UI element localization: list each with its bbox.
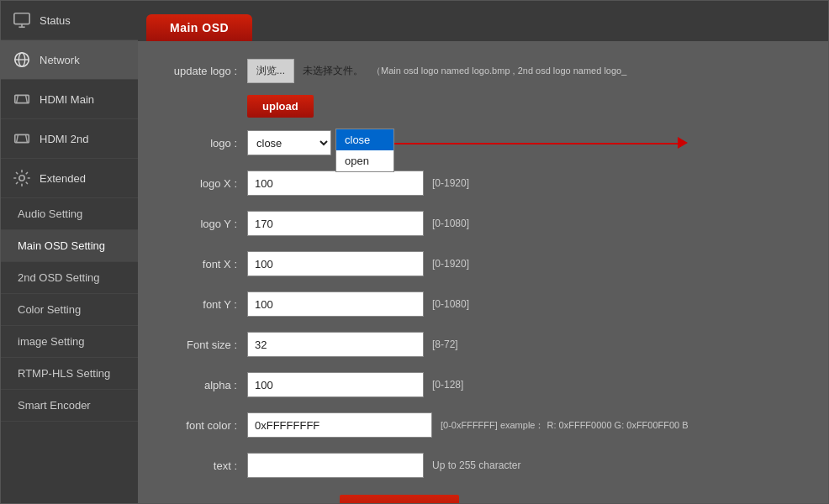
logo-label: logo : — [155, 137, 247, 150]
logo-select[interactable]: close open — [247, 130, 331, 155]
text-input[interactable] — [247, 453, 424, 478]
logo-y-row: logo Y : [0-1080] — [155, 209, 811, 238]
text-label: text : — [155, 459, 247, 472]
file-status: 未选择文件。 — [303, 64, 363, 78]
sidebar-label-status: Status — [40, 14, 71, 27]
svg-line-11 — [26, 134, 28, 142]
font-size-input[interactable] — [247, 332, 424, 357]
sidebar-label-hdmi-main: HDMI Main — [40, 93, 94, 106]
alpha-hint: [0-128] — [432, 379, 463, 391]
sidebar-sub-item-rtmp-hls-setting[interactable]: RTMP-HLS Setting — [1, 358, 138, 390]
dropdown-option-open[interactable]: open — [336, 150, 393, 171]
font-size-hint: [8-72] — [432, 339, 458, 350]
apply-button[interactable]: Apply — [340, 495, 459, 503]
logo-x-hint: [0-1920] — [432, 177, 469, 189]
logo-y-input[interactable] — [247, 211, 424, 236]
font-color-row: font color : [0-0xFFFFFF] example： R: 0x… — [155, 411, 811, 439]
hdmi-2nd-icon — [13, 129, 31, 148]
tab-bar: Main OSD — [138, 1, 828, 41]
alpha-row: alpha : [0-128] — [155, 370, 811, 399]
logo-x-label: logo X : — [155, 177, 247, 190]
font-y-input[interactable] — [247, 291, 424, 317]
font-x-hint: [0-1920] — [432, 258, 469, 270]
form-area: update logo : 浏览... 未选择文件。 （Main osd log… — [138, 41, 828, 503]
sidebar-sub-item-image-setting[interactable]: image Setting — [1, 326, 138, 358]
font-y-label: font Y : — [155, 298, 247, 311]
monitor-icon — [13, 11, 31, 29]
font-y-hint: [0-1080] — [432, 298, 469, 310]
logo-dropdown-popup: close open — [335, 129, 394, 172]
update-logo-row: update logo : 浏览... 未选择文件。 （Main osd log… — [155, 56, 811, 85]
font-size-label: Font size : — [155, 339, 247, 351]
alpha-input[interactable] — [247, 372, 424, 397]
sidebar-sub-item-2nd-osd-setting[interactable]: 2nd OSD Setting — [1, 262, 138, 294]
tab-main-osd[interactable]: Main OSD — [146, 14, 252, 41]
globe-icon — [13, 50, 31, 69]
font-size-row: Font size : [8-72] — [155, 330, 811, 359]
update-logo-controls: 浏览... 未选择文件。 （Main osd logo named logo.b… — [247, 59, 626, 83]
logo-y-label: logo Y : — [155, 218, 247, 230]
main-content: Main OSD update logo : 浏览... 未选择文件。 （Mai… — [138, 1, 828, 503]
svg-line-10 — [17, 134, 18, 142]
dropdown-option-close[interactable]: close — [336, 129, 393, 150]
update-logo-label: update logo : — [155, 65, 247, 77]
logo-dropdown-wrapper: close open close open — [247, 130, 331, 155]
sidebar-sub-item-color-setting[interactable]: Color Setting — [1, 294, 138, 326]
font-y-row: font Y : [0-1080] — [155, 290, 811, 318]
sidebar-label-hdmi-2nd: HDMI 2nd — [40, 133, 89, 145]
font-x-input[interactable] — [247, 251, 424, 276]
upload-btn-row: upload — [155, 92, 811, 120]
svg-line-7 — [17, 95, 18, 102]
sidebar-item-extended[interactable]: Extended — [1, 159, 138, 198]
font-x-label: font X : — [155, 258, 247, 270]
upload-button[interactable]: upload — [247, 95, 314, 118]
text-hint: Up to 255 character — [432, 459, 520, 471]
font-color-label: font color : — [155, 419, 247, 432]
svg-line-8 — [26, 95, 28, 102]
alpha-label: alpha : — [155, 379, 247, 391]
browse-button[interactable]: 浏览... — [247, 59, 294, 83]
logo-x-input[interactable] — [247, 171, 424, 196]
sidebar-item-hdmi-main[interactable]: HDMI Main — [1, 80, 138, 119]
logo-arrow-head — [678, 137, 688, 149]
apply-row: Apply — [155, 491, 811, 503]
sidebar: Status Network HDMI Main — [1, 1, 138, 503]
hdmi-main-icon — [13, 90, 31, 108]
text-row: text : Up to 255 character — [155, 451, 811, 480]
sidebar-item-hdmi-2nd[interactable]: HDMI 2nd — [1, 119, 138, 159]
logo-hint: （Main osd logo named logo.bmp , 2nd osd … — [372, 65, 626, 77]
svg-rect-0 — [14, 13, 29, 24]
sidebar-label-extended: Extended — [40, 172, 86, 185]
font-x-row: font X : [0-1920] — [155, 249, 811, 278]
font-color-input[interactable] — [247, 412, 432, 438]
sidebar-sub-item-smart-encoder[interactable]: Smart Encoder — [1, 390, 138, 422]
sidebar-sub-item-main-osd-setting[interactable]: Main OSD Setting — [1, 230, 138, 262]
logo-row: logo : close open close open — [155, 129, 811, 157]
logo-x-row: logo X : [0-1920] — [155, 169, 811, 197]
gear-icon — [13, 169, 31, 187]
logo-y-hint: [0-1080] — [432, 218, 469, 229]
sidebar-item-network[interactable]: Network — [1, 40, 138, 80]
sidebar-item-status[interactable]: Status — [1, 1, 138, 40]
sidebar-sub-item-audio-setting[interactable]: Audio Setting — [1, 198, 138, 230]
font-color-hint: [0-0xFFFFFF] example： R: 0xFFFF0000 G: 0… — [441, 419, 689, 432]
sidebar-label-network: Network — [40, 54, 80, 66]
svg-point-12 — [19, 176, 24, 181]
